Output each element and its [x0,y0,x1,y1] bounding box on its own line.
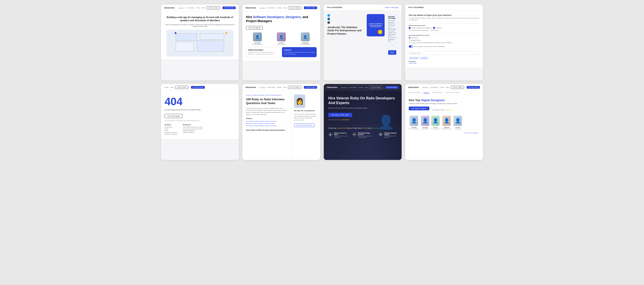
blog-link2[interactable]: Blog [284,7,286,8]
social-icon-1[interactable] [327,14,330,17]
hire-tech-talents-btn[interactable]: Hire Tech Talents [246,26,263,30]
hire-talent-btn8[interactable]: Hire Tech Talent [467,86,480,89]
tab-designers[interactable]: Designers [424,92,430,94]
case-studies-link[interactable]: Case studies [186,7,194,8]
blog-link8[interactable]: Blog [446,87,449,88]
contact-link5[interactable]: Contact [164,87,169,88]
radio-one-person[interactable]: One Person [409,37,480,39]
blog-link7[interactable]: Blog [365,87,368,88]
social-icon-3[interactable] [327,21,330,24]
designer-face-vitali: 👤 [410,116,418,126]
tag-js[interactable]: JavaScript [420,57,428,59]
card7-subtitle: Matched with your industry, project and … [328,107,397,109]
radio-cross-label: A Cross-Functional Team (developers, des… [411,42,452,43]
radio-multiple[interactable]: Multiple People [409,39,480,41]
services-link6[interactable]: Services ▾ [260,87,266,88]
contact-link[interactable]: Contact [196,7,200,8]
case-studies-link7[interactable]: Case studies [349,87,357,88]
back-link-3[interactable]: ← Back to main page [384,7,398,8]
checkboxes-row2: AI Researchers & Developers Business [409,29,480,31]
hire-talent-btn[interactable]: Hire Tech Talent [222,6,236,9]
checkbox-sw-dev[interactable]: Software Developers & Designers [409,27,431,29]
service-desc-software: Software Experts, Web & Mobile Developer… [248,52,278,55]
hire-talent-btn6[interactable]: Hire Tech Talent [304,86,317,89]
services-link7[interactable]: Services ▾ [341,87,347,88]
hire-talent-btn5[interactable]: Hire Tech Talents [191,86,205,89]
breadcrumb-rails[interactable]: Ruby on Rails Developers [266,94,281,96]
footer-link-ruby[interactable]: Ruby [164,130,178,131]
contact-link6[interactable]: Contact [277,87,282,88]
tag-ruby[interactable]: Ruby on Rails [409,57,419,59]
join-talent-btn2[interactable]: Join as a Talent [288,6,302,9]
footer-link-react[interactable]: React Native Development guide [183,126,202,128]
jump-link-mid[interactable]: Mid Ruby on Rails developer interview qu… [246,123,288,124]
jump-link-senior[interactable]: Senior Ruby on Rails developer interview… [246,121,288,122]
case-studies-link8[interactable]: Case studies [430,87,438,88]
checkbox-ai-box[interactable] [409,29,410,31]
tab-sw-dev[interactable]: Software Developers [408,92,421,94]
checkbox-designers-box[interactable] [433,27,435,29]
footer-link-ai-res[interactable]: Artificial Intelligence [183,132,202,133]
radio-cross-team[interactable]: A Cross-Functional Team (developers, des… [409,42,480,43]
footer-services-title: Services [164,124,178,126]
toggle-switch[interactable] [409,45,413,47]
checkbox-designers[interactable]: Designers [433,27,442,29]
services-link[interactable]: Services ▾ [178,7,184,9]
social-icon-2[interactable] [327,18,330,20]
breadcrumb-sw-dev[interactable]: Software Developers [252,94,265,96]
case-studies-link6[interactable]: Case studies [268,87,275,88]
designer-avatars-row: 👤 I'm Vitali Full Stack Developer 👤 I'm … [409,116,480,130]
checkbox-sw-dev-label: Software Developers & Designers [411,27,431,28]
people-icon [328,132,333,137]
join-talent-btn[interactable]: Join as a Talent [206,6,220,9]
skill-search-input[interactable] [409,51,480,55]
jump-link-junior[interactable]: Junior Ruby on Rails developer interview… [246,125,288,126]
join-talent-btn5[interactable]: Join as a Talent [175,86,188,89]
footer-link-ai[interactable]: AI powered solutions [164,132,178,133]
blog-link6[interactable]: Blog [284,87,286,88]
checkbox-business[interactable]: Business [431,29,438,31]
footer-link-design[interactable]: Design [164,128,178,130]
card-hire-developers: Ideamotive Services ▾ Case studies Conta… [242,4,320,80]
services-link8[interactable]: Services ▾ [422,87,429,88]
checkbox-sw-dev-box[interactable] [409,27,410,29]
divider-1 [409,23,480,23]
goto-home-button[interactable]: Go to home page [164,114,182,118]
join-talent-btn6[interactable]: Join as a Talent [288,86,302,89]
hire-ruby-btn[interactable]: Hire Ruby on Rails Talent [328,113,352,117]
hire-talent-btn2[interactable]: Hire Tech Talent [304,6,317,9]
logo-card8: Ideamotive [408,86,419,88]
email-input-book[interactable] [388,43,396,47]
checkbox-business-box[interactable] [431,29,432,31]
get-ebook-btn[interactable]: Get the e-book [388,50,396,55]
check-available-link[interactable]: Check, who's available → [409,132,480,134]
radio-multiple-box[interactable] [409,39,410,41]
contact-link8[interactable]: Contact [440,87,444,88]
feature-support-sub: Your dedicated Talent Specialist [384,135,397,138]
hire-designer-btn[interactable]: Hire Digital Designers [409,107,429,110]
services-link2[interactable]: Services ▾ [260,7,266,9]
case-studies-link2[interactable]: Case studies [268,7,275,8]
footer-link-biz[interactable]: Business consultancy [164,134,178,135]
card5-body: 404 you are looking for doesn't exist or… [161,91,239,139]
talk-advisor-btn[interactable]: Talk To Recruitment Advisor [294,123,314,127]
blog-link[interactable]: Blog [202,7,205,8]
join-talent-btn8[interactable]: Join as a Talent [451,86,464,89]
avatar-leo: 👤 [277,32,286,41]
checkbox-ai[interactable]: AI Researchers & Developers [409,29,429,31]
blog-link5[interactable]: Blog [170,87,173,88]
service-cards-row: Software Developers Software Experts, We… [246,47,317,57]
footer-link-rails-guide[interactable]: Ruby on rails development guide [183,128,202,130]
contact-link2[interactable]: Contact [277,7,282,8]
radio-cross-box[interactable] [409,42,410,43]
nav-card8: Ideamotive Services ▾ Case studies Conta… [405,84,483,91]
contact-link7[interactable]: Contact [358,87,363,88]
breadcrumb-services[interactable]: Services [246,94,251,96]
radio-one-box[interactable] [409,37,410,39]
tab-pm[interactable]: Project Managers [432,92,443,94]
footer-link-marketplaces[interactable]: Digital Marketplaces [183,130,202,131]
hire-talent-btn7[interactable]: Hire Tech Talent [385,86,398,89]
join-talent-btn7[interactable]: Join as a Talent [370,86,383,89]
tab-cross[interactable]: Cross-Functional Teams [446,92,460,94]
footer-link-dev[interactable]: Development [164,126,178,128]
